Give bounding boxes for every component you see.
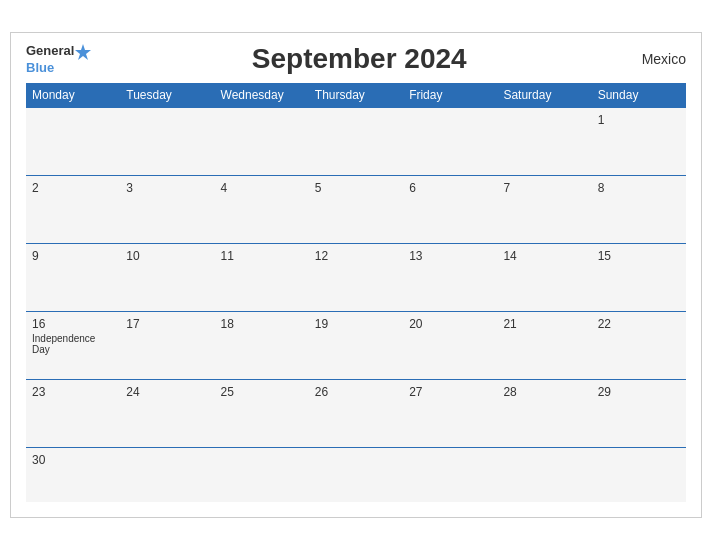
day-number: 17 bbox=[126, 317, 208, 331]
day-number: 30 bbox=[32, 453, 114, 467]
calendar-cell: 23 bbox=[26, 379, 120, 447]
week-row-5: 23242526272829 bbox=[26, 379, 686, 447]
day-number: 5 bbox=[315, 181, 397, 195]
calendar-cell bbox=[403, 447, 497, 502]
calendar-cell: 24 bbox=[120, 379, 214, 447]
day-number: 9 bbox=[32, 249, 114, 263]
calendar-cell: 17 bbox=[120, 311, 214, 379]
weekday-thursday: Thursday bbox=[309, 83, 403, 108]
day-number: 13 bbox=[409, 249, 491, 263]
logo: General Blue bbox=[26, 43, 92, 75]
day-number: 3 bbox=[126, 181, 208, 195]
calendar-cell: 7 bbox=[497, 175, 591, 243]
calendar-cell: 21 bbox=[497, 311, 591, 379]
calendar-cell bbox=[215, 107, 309, 175]
svg-marker-0 bbox=[75, 44, 91, 60]
day-number: 22 bbox=[598, 317, 680, 331]
calendar-cell: 8 bbox=[592, 175, 686, 243]
calendar-cell bbox=[120, 107, 214, 175]
day-number: 23 bbox=[32, 385, 114, 399]
calendar-cell: 16Independence Day bbox=[26, 311, 120, 379]
week-row-2: 2345678 bbox=[26, 175, 686, 243]
calendar-cell: 5 bbox=[309, 175, 403, 243]
day-number: 24 bbox=[126, 385, 208, 399]
day-number: 15 bbox=[598, 249, 680, 263]
day-number: 26 bbox=[315, 385, 397, 399]
calendar-cell bbox=[120, 447, 214, 502]
calendar-title: September 2024 bbox=[92, 43, 626, 75]
day-number: 14 bbox=[503, 249, 585, 263]
calendar-cell: 3 bbox=[120, 175, 214, 243]
country-label: Mexico bbox=[626, 51, 686, 67]
day-number: 16 bbox=[32, 317, 114, 331]
calendar-cell: 25 bbox=[215, 379, 309, 447]
day-number: 25 bbox=[221, 385, 303, 399]
calendar-cell bbox=[309, 107, 403, 175]
calendar-cell: 1 bbox=[592, 107, 686, 175]
day-number: 20 bbox=[409, 317, 491, 331]
calendar-cell: 30 bbox=[26, 447, 120, 502]
calendar-cell: 10 bbox=[120, 243, 214, 311]
calendar-container: General Blue September 2024 Mexico Monda… bbox=[10, 32, 702, 519]
holiday-label: Independence Day bbox=[32, 333, 114, 355]
calendar-cell: 19 bbox=[309, 311, 403, 379]
calendar-cell: 12 bbox=[309, 243, 403, 311]
weekday-friday: Friday bbox=[403, 83, 497, 108]
calendar-cell bbox=[26, 107, 120, 175]
calendar-cell: 26 bbox=[309, 379, 403, 447]
calendar-header: General Blue September 2024 Mexico bbox=[26, 43, 686, 75]
calendar-cell: 28 bbox=[497, 379, 591, 447]
day-number: 4 bbox=[221, 181, 303, 195]
logo-flag-icon bbox=[74, 43, 92, 61]
calendar-cell bbox=[215, 447, 309, 502]
week-row-3: 9101112131415 bbox=[26, 243, 686, 311]
calendar-cell bbox=[592, 447, 686, 502]
logo-blue-text: Blue bbox=[26, 61, 54, 75]
calendar-cell: 13 bbox=[403, 243, 497, 311]
weekday-tuesday: Tuesday bbox=[120, 83, 214, 108]
calendar-cell: 29 bbox=[592, 379, 686, 447]
calendar-cell bbox=[403, 107, 497, 175]
calendar-cell: 18 bbox=[215, 311, 309, 379]
calendar-cell bbox=[497, 107, 591, 175]
calendar-cell: 14 bbox=[497, 243, 591, 311]
day-number: 8 bbox=[598, 181, 680, 195]
day-number: 27 bbox=[409, 385, 491, 399]
calendar-cell: 27 bbox=[403, 379, 497, 447]
calendar-cell: 2 bbox=[26, 175, 120, 243]
week-row-4: 16Independence Day171819202122 bbox=[26, 311, 686, 379]
calendar-cell bbox=[309, 447, 403, 502]
day-number: 28 bbox=[503, 385, 585, 399]
day-number: 10 bbox=[126, 249, 208, 263]
calendar-cell bbox=[497, 447, 591, 502]
calendar-cell: 20 bbox=[403, 311, 497, 379]
week-row-6: 30 bbox=[26, 447, 686, 502]
day-number: 18 bbox=[221, 317, 303, 331]
logo-general-text: General bbox=[26, 44, 74, 58]
calendar-cell: 15 bbox=[592, 243, 686, 311]
day-number: 6 bbox=[409, 181, 491, 195]
weekday-header-row: MondayTuesdayWednesdayThursdayFridaySatu… bbox=[26, 83, 686, 108]
day-number: 7 bbox=[503, 181, 585, 195]
day-number: 21 bbox=[503, 317, 585, 331]
day-number: 29 bbox=[598, 385, 680, 399]
calendar-cell: 6 bbox=[403, 175, 497, 243]
calendar-cell: 22 bbox=[592, 311, 686, 379]
calendar-cell: 11 bbox=[215, 243, 309, 311]
day-number: 12 bbox=[315, 249, 397, 263]
weekday-sunday: Sunday bbox=[592, 83, 686, 108]
weekday-monday: Monday bbox=[26, 83, 120, 108]
day-number: 2 bbox=[32, 181, 114, 195]
calendar-cell: 9 bbox=[26, 243, 120, 311]
day-number: 11 bbox=[221, 249, 303, 263]
weekday-saturday: Saturday bbox=[497, 83, 591, 108]
weekday-wednesday: Wednesday bbox=[215, 83, 309, 108]
day-number: 1 bbox=[598, 113, 680, 127]
calendar-cell: 4 bbox=[215, 175, 309, 243]
day-number: 19 bbox=[315, 317, 397, 331]
week-row-1: 1 bbox=[26, 107, 686, 175]
calendar-grid: MondayTuesdayWednesdayThursdayFridaySatu… bbox=[26, 83, 686, 503]
